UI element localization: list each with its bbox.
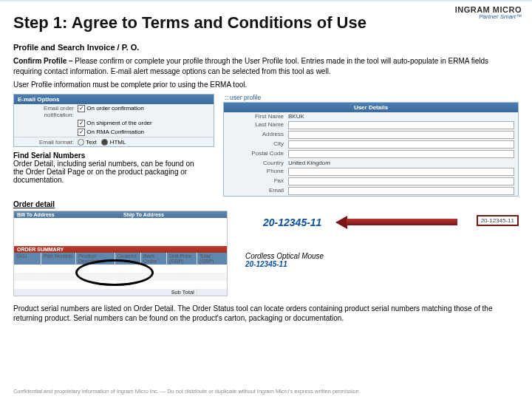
email-options-header: E-mail Options (14, 95, 214, 104)
serial-number: 20-12345-11 (263, 216, 321, 228)
checkbox-icon: ✓ (78, 129, 85, 136)
order-detail-label: Order detail (13, 200, 519, 208)
confidential-notice: Confidential and proprietary information… (13, 388, 519, 395)
email-options-panel: E-mail Options Email order notification:… (13, 94, 214, 147)
radio-icon (101, 139, 108, 146)
confirm-profile-text: Confirm Profile – Please confirm or comp… (13, 56, 519, 76)
subtitle: Profile and Search Invoice / P. O. (13, 43, 519, 52)
checkbox-icon: ✓ (78, 120, 85, 127)
footnote: Product serial numbers are listed on Ord… (13, 304, 519, 324)
find-serial-text: Find Serial Numbers Order Detail, includ… (13, 151, 205, 184)
barcode-box: 20-12345-11 (477, 215, 519, 226)
user-profile-panel: User Details First NameBKUK Last Name Ad… (223, 102, 519, 197)
circle-annotation-icon (75, 259, 154, 286)
page-title: Step 1: Agree to Terms and Conditions of… (13, 13, 519, 33)
must-complete-text: User Profile information must be complet… (13, 80, 519, 90)
checkbox-icon: ✓ (78, 105, 85, 112)
brand-logo: INGRAM MICRO Partner Smart™ (455, 6, 522, 20)
breadcrumb: :: user profile (223, 94, 519, 102)
product-label: Cordless Optical Mouse 20-12345-11 (245, 252, 324, 268)
radio-icon (78, 139, 84, 146)
